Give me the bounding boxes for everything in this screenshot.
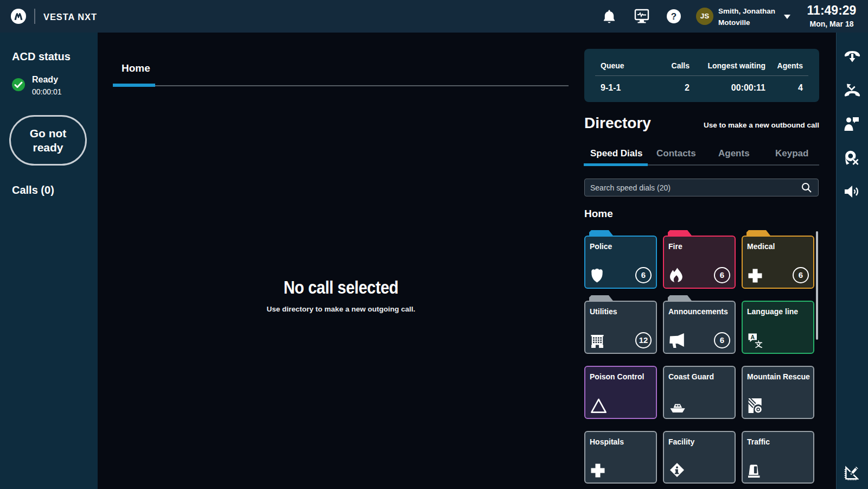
svg-text:?: ? — [671, 11, 676, 22]
svg-text:A: A — [750, 334, 755, 340]
